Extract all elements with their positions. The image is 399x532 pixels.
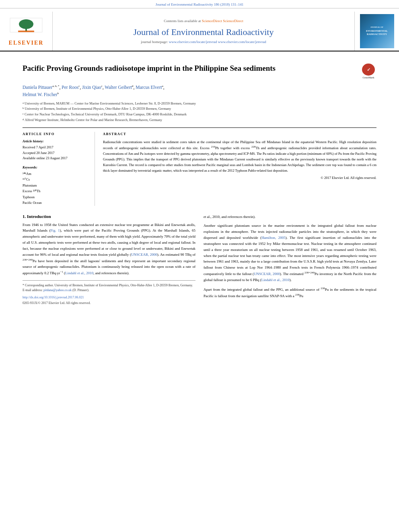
- journal-title: Journal of Environmental Radioactivity: [134, 27, 274, 37]
- journal-thumbnail: JOURNAL OF ENVIRONMENTAL RADIOACTIVITY: [360, 14, 394, 48]
- article-history-heading: Article history:: [23, 139, 89, 143]
- authors-line: Daniela Pittauera, b, *, Per Roosc, Jixi…: [23, 84, 376, 99]
- footnote-corresponding: * Corresponding author. University of Br…: [23, 283, 195, 288]
- elsevier-logo-area: ELSEVIER: [0, 12, 52, 51]
- body-left-text: From 1946 to 1958 the United States cond…: [23, 222, 195, 277]
- article-history: Article history: Received 7 April 2017 A…: [23, 139, 89, 161]
- journal-title-area: Contents lists available at ScienceDirec…: [52, 12, 355, 51]
- affiliation-a: a University of Bremen, MARUM — Center f…: [23, 101, 376, 107]
- copyright-line: © 2017 Elsevier Ltd. All rights reserved…: [103, 176, 376, 180]
- elsevier-wordmark: ELSEVIER: [9, 40, 44, 46]
- body-right-text: et al., 2010, and references therein). A…: [204, 214, 376, 299]
- roos-sup: c: [78, 84, 80, 88]
- sciencedirect-link[interactable]: ScienceDirect: [202, 19, 222, 23]
- author-pittauer[interactable]: Daniela Pittauer: [23, 85, 52, 90]
- crossmark-svg: ✓: [365, 66, 372, 73]
- journal-thumbnail-area: JOURNAL OF ENVIRONMENTAL RADIOACTIVITY: [355, 12, 399, 51]
- email-link[interactable]: pitdana@yahoo.co.uk: [43, 288, 72, 292]
- affiliation-d: d Alfred Wegener Institute, Helmholtz Ce…: [23, 117, 376, 123]
- author-geibert[interactable]: Walter Geibert: [105, 85, 132, 90]
- qiao-sup: c: [101, 84, 103, 88]
- body-section: 1. Introduction From 1946 to 1958 the Un…: [23, 214, 376, 306]
- article-info-abstract-section: ARTICLE INFO Article history: Received 7…: [23, 127, 376, 205]
- body-two-col: 1. Introduction From 1946 to 1958 the Un…: [23, 214, 376, 306]
- elvert-sup: a: [162, 84, 163, 88]
- unscear2000-link-right[interactable]: UNSCEAR, 2000: [254, 272, 280, 276]
- crossmark-label: CrossMark: [362, 76, 374, 80]
- crossmark-badge: ✓ CrossMark: [360, 64, 376, 80]
- author-elvert[interactable]: Marcus Elvert: [136, 85, 162, 90]
- keywords-section: Keywords: ²⁴¹Am ¹³⁷Cs Plutonium Excess ²…: [23, 165, 89, 206]
- fig1-link[interactable]: Fig. 1: [50, 228, 60, 232]
- homepage-line: journal homepage: www.elsevier.com/locat…: [141, 40, 266, 44]
- homepage-url[interactable]: www.elsevier.com/locate/jenvrad: [169, 40, 217, 44]
- pittauer-sup: a, b, *: [52, 84, 59, 88]
- fischer-sup: b: [58, 92, 59, 95]
- journal-reference-text: Journal of Environmental Radioactivity 1…: [156, 2, 243, 6]
- article-info-column: ARTICLE INFO Article history: Received 7…: [23, 132, 95, 205]
- abstract-heading: ABSTRACT: [103, 132, 376, 136]
- available-date: Available online 23 August 2017: [23, 156, 89, 161]
- body-left-col: 1. Introduction From 1946 to 1958 the Un…: [23, 214, 195, 306]
- keywords-heading: Keywords:: [23, 165, 89, 169]
- author-fischer[interactable]: Helmut W. Fischer: [23, 92, 58, 97]
- journal-reference-bar: Journal of Environmental Radioactivity 1…: [0, 0, 399, 8]
- contents-available-text: Contents lists available at ScienceDirec…: [164, 19, 243, 23]
- keyword-cs: ¹³⁷Cs: [23, 177, 89, 182]
- main-content: Pacific Proving Grounds radioisotope imp…: [0, 51, 399, 312]
- received-date: Received 7 April 2017: [23, 145, 89, 150]
- article-info-heading: ARTICLE INFO: [23, 132, 89, 136]
- sciencedirect-label[interactable]: ScienceDirect: [223, 19, 243, 23]
- article-title-area: Pacific Proving Grounds radioisotope imp…: [23, 64, 376, 80]
- journal-header: ELSEVIER Contents lists available at Sci…: [0, 8, 399, 51]
- lindahl2010-link-right[interactable]: Lindahl et al., 2010: [261, 278, 289, 282]
- author-qiao[interactable]: Jixin Qiao: [82, 85, 101, 90]
- affiliations-section: a University of Bremen, MARUM — Center f…: [23, 101, 376, 123]
- crossmark-icon: ✓: [362, 64, 375, 76]
- svg-point-2: [19, 19, 33, 29]
- doi-link[interactable]: http://dx.doi.org/10.1016/j.jenvrad.2017…: [23, 295, 195, 300]
- affiliation-c: c Center for Nuclear Technologies, Techn…: [23, 112, 376, 117]
- keyword-am: ²⁴¹Am: [23, 171, 89, 177]
- geibert-sup: d: [132, 84, 134, 88]
- footnote-area: * Corresponding author. University of Br…: [23, 280, 195, 306]
- thumb-text: JOURNAL OF ENVIRONMENTAL RADIOACTIVITY: [364, 25, 389, 37]
- footnote-email: E-mail address: pitdana@yahoo.co.uk (D. …: [23, 288, 195, 293]
- keyword-pu: Plutonium: [23, 183, 89, 188]
- article-title-text: Pacific Proving Grounds radioisotope imp…: [23, 64, 360, 74]
- keyword-typhoon: Typhoon: [23, 194, 89, 200]
- accepted-date: Accepted 20 June 2017: [23, 150, 89, 156]
- affiliation-b: b University of Bremen, Institute of Env…: [23, 106, 376, 112]
- unscear2000-link[interactable]: UNSCEAR, 2000: [131, 253, 157, 257]
- abstract-column: ABSTRACT Radionuclide concentrations wer…: [103, 132, 376, 205]
- keyword-th: Excess ²²⁸Th: [23, 188, 89, 194]
- abstract-text: Radionuclide concentrations were studied…: [103, 139, 376, 173]
- lindahl2010-link-left[interactable]: Lindahl et al., 2010: [65, 271, 93, 275]
- author-roos[interactable]: Per Roos: [62, 85, 78, 90]
- elsevier-tree-logo: [8, 16, 44, 38]
- hamilton2005-link[interactable]: Hamilton, 2005: [261, 236, 286, 240]
- svg-text:✓: ✓: [367, 67, 370, 72]
- body-right-col: et al., 2010, and references therein). A…: [204, 214, 376, 306]
- issn-line: 0265-931X/© 2017 Elsevier Ltd. All right…: [23, 301, 195, 306]
- homepage-url-text[interactable]: www.elsevier.com/locate/jenvrad: [218, 40, 266, 44]
- keyword-pacific: Pacific Ocean: [23, 200, 89, 205]
- section1-title: 1. Introduction: [23, 214, 195, 219]
- svg-rect-3: [18, 31, 34, 32]
